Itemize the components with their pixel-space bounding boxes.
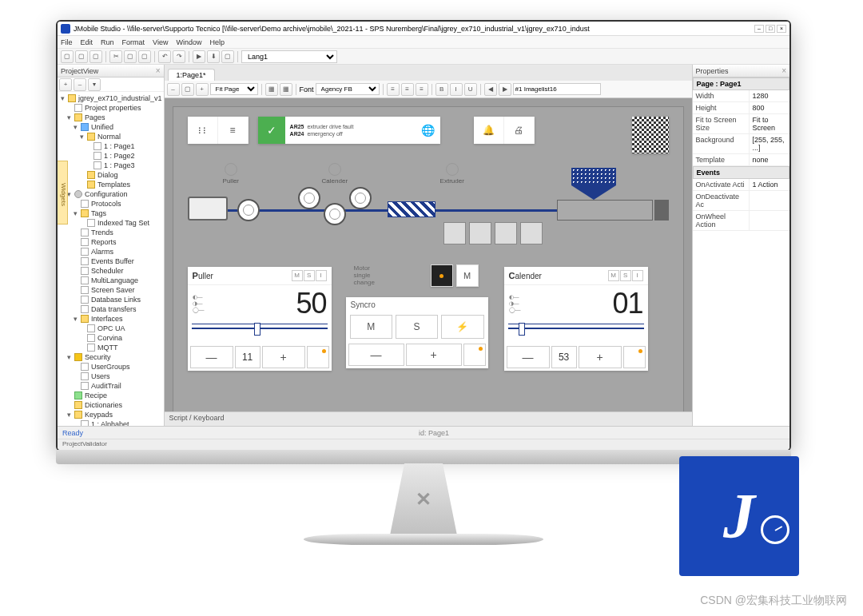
puller-slider[interactable] bbox=[192, 324, 328, 341]
italic-icon[interactable]: I bbox=[450, 83, 463, 96]
tree-item[interactable]: Dictionaries bbox=[59, 400, 162, 410]
calender-plus-button[interactable]: + bbox=[579, 346, 622, 368]
tb-redo-icon[interactable]: ↷ bbox=[173, 50, 185, 63]
tb-open-icon[interactable]: ▢ bbox=[75, 50, 88, 63]
menu-format[interactable]: Format bbox=[122, 38, 145, 46]
page-tab[interactable]: 1:Page1* bbox=[168, 69, 215, 81]
align-left-icon[interactable]: ≡ bbox=[387, 83, 400, 96]
tree-item[interactable]: ▾Configuration bbox=[59, 189, 162, 199]
tree-item[interactable]: Events Buffer bbox=[59, 256, 162, 266]
tb-run-icon[interactable]: ▶ bbox=[193, 50, 205, 63]
prop-row[interactable]: Background[255, 255, ...] bbox=[693, 134, 789, 154]
close-button[interactable]: × bbox=[777, 25, 786, 33]
tree-item[interactable]: Templates bbox=[59, 180, 162, 189]
project-validator-tab[interactable]: ProjectValidator bbox=[58, 439, 789, 450]
mode-m-button[interactable]: M bbox=[608, 270, 619, 281]
tree-item[interactable]: Alarms bbox=[59, 247, 162, 256]
motor-change-panel[interactable]: Motor single change M bbox=[359, 263, 479, 287]
tree-item[interactable]: Screen Saver bbox=[59, 285, 162, 295]
tree-remove-icon[interactable]: – bbox=[74, 78, 86, 91]
bell-icon[interactable]: 🔔 bbox=[474, 117, 504, 144]
prop-row[interactable]: Width1280 bbox=[693, 90, 789, 102]
tree-item[interactable]: Scheduler bbox=[59, 266, 162, 276]
settings-panel[interactable]: ⫶⫶ ≡ bbox=[188, 117, 249, 144]
tree-add-icon[interactable]: + bbox=[59, 78, 72, 91]
tb-download-icon[interactable]: ⬇ bbox=[207, 50, 220, 63]
tb-undo-icon[interactable]: ↶ bbox=[158, 50, 171, 63]
tb-cut-icon[interactable]: ✂ bbox=[109, 50, 122, 63]
tree-item[interactable]: 1 : Page3 bbox=[59, 161, 162, 170]
align-right-icon[interactable]: ≡ bbox=[416, 83, 428, 96]
properties-close-icon[interactable]: × bbox=[781, 66, 786, 75]
font-combo[interactable]: Agency FB bbox=[316, 83, 380, 95]
design-page[interactable]: ⫶⫶ ≡ ✓ AR25 extruder drive fault AR24 em… bbox=[173, 106, 684, 411]
underline-icon[interactable]: U bbox=[464, 83, 477, 96]
property-grid[interactable]: Page : Page1 Width1280Height800Fit to Sc… bbox=[693, 77, 789, 231]
tree-item[interactable]: ▾jgrey_ex710_industrial_v1 bbox=[59, 93, 162, 103]
event-row[interactable]: OnWheel Action bbox=[693, 211, 789, 231]
tree-item[interactable]: Trends bbox=[59, 228, 162, 237]
align-center-icon[interactable]: ≡ bbox=[401, 83, 414, 96]
tree-item[interactable]: 1 : Page2 bbox=[59, 151, 162, 161]
puller-num-input[interactable]: 11 bbox=[235, 346, 260, 368]
prop-row[interactable]: Height800 bbox=[693, 102, 789, 114]
syncro-S-button[interactable]: S bbox=[396, 315, 438, 339]
language-combo[interactable]: Lang1 bbox=[241, 50, 337, 63]
sliders-icon[interactable]: ⫶⫶ bbox=[188, 117, 218, 144]
calender-minus-button[interactable]: — bbox=[507, 346, 550, 368]
bold-icon[interactable]: B bbox=[435, 83, 448, 96]
tree-item[interactable]: Recipe bbox=[59, 391, 162, 400]
tree-item[interactable]: Corvina bbox=[59, 333, 162, 343]
tree-item[interactable]: UserGroups bbox=[59, 362, 162, 372]
tree-item[interactable]: ▾Interfaces bbox=[59, 314, 162, 324]
tree-item[interactable]: Users bbox=[59, 372, 162, 381]
tree-item[interactable]: ▾Normal bbox=[59, 132, 162, 141]
mode-s-button[interactable]: S bbox=[620, 270, 631, 281]
tree-item[interactable]: Database Links bbox=[59, 295, 162, 304]
puller-panel[interactable]: Puller MSI ◐—◑—◯— 50 — 11 + bbox=[188, 267, 332, 371]
grid-icon[interactable]: ▦ bbox=[280, 83, 292, 96]
tree-item[interactable]: ▾Unified bbox=[59, 122, 162, 132]
menu-file[interactable]: File bbox=[61, 38, 73, 46]
puller-minus-button[interactable]: — bbox=[190, 346, 233, 368]
menu-view[interactable]: View bbox=[153, 38, 168, 46]
tree-item[interactable]: Indexed Tag Set bbox=[59, 218, 162, 228]
syncro-minus-button[interactable]: — bbox=[348, 344, 404, 366]
maximize-button[interactable]: □ bbox=[766, 25, 775, 33]
zoom-combo[interactable]: Fit Page bbox=[210, 83, 258, 95]
globe-icon[interactable]: 🌐 bbox=[416, 124, 440, 137]
widget-gallery-tab[interactable]: Widgets bbox=[57, 161, 68, 225]
syncro-⚡-button[interactable]: ⚡ bbox=[441, 315, 483, 339]
tb-new-icon[interactable]: ▢ bbox=[61, 50, 74, 63]
tb-save-icon[interactable]: ▢ bbox=[89, 50, 102, 63]
event-row[interactable]: OnDeactivate Ac bbox=[693, 191, 789, 211]
calender-slider[interactable] bbox=[508, 324, 644, 341]
tree-item[interactable]: ▾Tags bbox=[59, 209, 162, 218]
project-panel-close-icon[interactable]: × bbox=[156, 66, 161, 75]
prop-row[interactable]: Templatenone bbox=[693, 154, 789, 166]
minimize-button[interactable]: – bbox=[754, 25, 764, 33]
print-icon[interactable]: 🖨 bbox=[504, 117, 535, 144]
project-tree[interactable]: ▾jgrey_ex710_industrial_v1Project proper… bbox=[58, 92, 164, 426]
tb-sim-icon[interactable]: ▢ bbox=[221, 50, 234, 63]
menu-icon[interactable]: ≡ bbox=[218, 117, 249, 144]
mode-i-button[interactable]: I bbox=[316, 270, 327, 281]
tree-item[interactable]: 1 : Page1 bbox=[59, 141, 162, 151]
menu-help[interactable]: Help bbox=[209, 38, 225, 46]
event-row[interactable]: OnActivate Acti1 Action bbox=[693, 179, 789, 191]
snap-icon[interactable]: ▦ bbox=[265, 83, 278, 96]
menu-window[interactable]: Window bbox=[176, 38, 201, 46]
notify-panel[interactable]: 🔔 🖨 bbox=[474, 117, 535, 144]
imagelist-prev-icon[interactable]: ◀ bbox=[484, 83, 497, 96]
imagelist-next-icon[interactable]: ▶ bbox=[499, 83, 511, 96]
tree-item[interactable]: Project properties bbox=[59, 103, 162, 113]
prop-row[interactable]: Fit to Screen SizeFit to Screen bbox=[693, 114, 789, 134]
puller-plus-button[interactable]: + bbox=[262, 346, 305, 368]
tree-expand-icon[interactable]: ▾ bbox=[88, 78, 101, 91]
tree-item[interactable]: Reports bbox=[59, 237, 162, 247]
syncro-panel[interactable]: Syncro MS⚡ — + bbox=[346, 297, 488, 368]
menu-edit[interactable]: Edit bbox=[81, 38, 93, 46]
mode-m-button[interactable]: M bbox=[292, 270, 303, 281]
tree-item[interactable]: OPC UA bbox=[59, 324, 162, 333]
script-tab[interactable]: Script / Keyboard bbox=[165, 411, 692, 426]
